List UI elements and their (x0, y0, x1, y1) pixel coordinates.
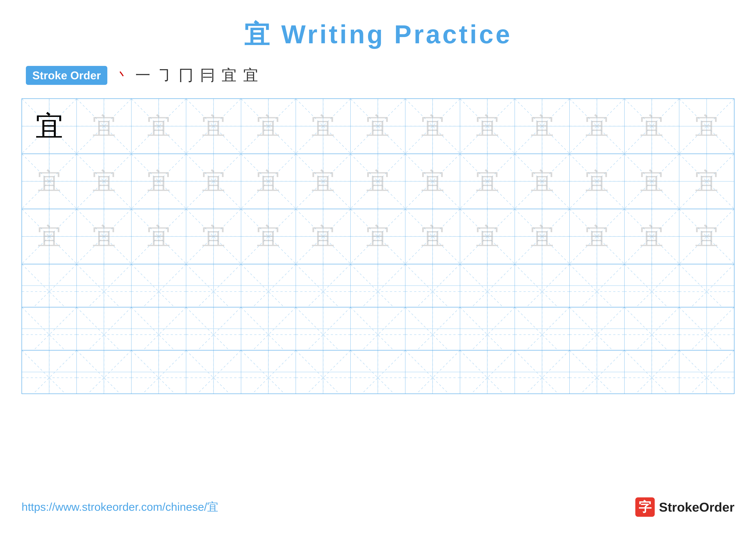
practice-char-guide: 宜 (530, 114, 554, 138)
grid-cell[interactable] (77, 307, 131, 350)
grid-cell[interactable]: 宜 (22, 209, 77, 264)
grid-cell[interactable] (22, 264, 77, 307)
grid-cell[interactable] (241, 307, 296, 350)
practice-char-guide: 宜 (256, 169, 280, 193)
grid-cell[interactable] (460, 350, 515, 394)
grid-cell[interactable]: 宜 (131, 154, 186, 209)
grid-cell[interactable] (296, 350, 351, 394)
grid-cell[interactable] (460, 307, 515, 350)
grid-cell[interactable] (625, 350, 679, 394)
grid-cell[interactable]: 宜 (570, 154, 624, 209)
svg-line-283 (296, 350, 350, 394)
grid-cell[interactable]: 宜 (241, 99, 296, 154)
grid-cell[interactable]: 宜 (405, 99, 460, 154)
grid-cell[interactable]: 宜 (351, 154, 405, 209)
svg-line-270 (131, 350, 186, 394)
grid-cell[interactable] (570, 264, 624, 307)
grid-cell[interactable] (77, 350, 131, 394)
grid-cell[interactable]: 宜 (77, 154, 131, 209)
grid-cell[interactable] (570, 307, 624, 350)
grid-cell[interactable] (131, 264, 186, 307)
grid-cell[interactable]: 宜 (22, 154, 77, 209)
grid-cell[interactable]: 宜 (679, 209, 734, 264)
svg-line-223 (186, 307, 241, 350)
svg-line-158 (22, 264, 76, 307)
practice-char-guide: 宜 (366, 114, 390, 138)
practice-char-guide: 宜 (475, 169, 499, 193)
svg-line-262 (22, 350, 76, 394)
grid-cell[interactable] (405, 307, 460, 350)
grid-row-4 (22, 264, 734, 307)
grid-cell[interactable] (296, 307, 351, 350)
grid-cell[interactable] (351, 350, 405, 394)
grid-cell[interactable]: 宜 (296, 154, 351, 209)
grid-cell[interactable]: 宜 (186, 209, 241, 264)
grid-cell[interactable] (625, 307, 679, 350)
grid-cell[interactable]: 宜 (131, 99, 186, 154)
grid-row-6 (22, 350, 734, 394)
grid-cell[interactable] (241, 264, 296, 307)
grid-cell[interactable] (515, 307, 570, 350)
svg-line-211 (22, 307, 76, 350)
grid-cell[interactable] (131, 350, 186, 394)
grid-cell[interactable]: 宜 (77, 209, 131, 264)
grid-cell[interactable] (405, 350, 460, 394)
grid-cell[interactable]: 宜 (296, 209, 351, 264)
grid-cell[interactable]: 宜 (296, 99, 351, 154)
svg-line-246 (515, 307, 569, 350)
grid-cell[interactable] (625, 264, 679, 307)
grid-cell[interactable]: 宜 (77, 99, 131, 154)
grid-cell[interactable]: 宜 (186, 154, 241, 209)
grid-cell[interactable] (186, 307, 241, 350)
footer-url[interactable]: https://www.strokeorder.com/chinese/宜 (21, 499, 218, 515)
grid-cell[interactable] (22, 307, 77, 350)
grid-cell[interactable]: 宜 (22, 99, 77, 154)
grid-cell[interactable] (22, 350, 77, 394)
grid-cell[interactable] (186, 350, 241, 394)
grid-cell[interactable]: 宜 (625, 209, 679, 264)
grid-cell[interactable] (241, 350, 296, 394)
svg-line-266 (77, 350, 131, 394)
grid-cell[interactable]: 宜 (460, 154, 515, 209)
practice-char-guide: 宜 (38, 169, 61, 193)
svg-line-279 (241, 350, 296, 394)
grid-cell[interactable]: 宜 (570, 99, 624, 154)
grid-cell[interactable]: 宜 (570, 209, 624, 264)
grid-cell[interactable]: 宜 (625, 154, 679, 209)
practice-char-guide: 宜 (147, 114, 171, 138)
grid-cell[interactable]: 宜 (515, 209, 570, 264)
grid-cell[interactable] (351, 307, 405, 350)
grid-cell[interactable] (679, 350, 734, 394)
svg-line-199 (570, 264, 624, 307)
grid-cell[interactable]: 宜 (460, 99, 515, 154)
grid-cell[interactable] (570, 350, 624, 394)
grid-cell[interactable] (351, 264, 405, 307)
grid-cell[interactable]: 宜 (460, 209, 515, 264)
grid-cell[interactable] (679, 307, 734, 350)
grid-cell[interactable] (77, 264, 131, 307)
grid-cell[interactable]: 宜 (405, 154, 460, 209)
grid-cell[interactable] (186, 264, 241, 307)
grid-cell[interactable]: 宜 (679, 99, 734, 154)
grid-cell[interactable]: 宜 (186, 99, 241, 154)
grid-cell[interactable] (131, 307, 186, 350)
svg-line-247 (515, 307, 569, 350)
grid-cell[interactable]: 宜 (515, 99, 570, 154)
grid-cell[interactable] (405, 264, 460, 307)
grid-cell[interactable]: 宜 (241, 154, 296, 209)
grid-cell[interactable]: 宜 (625, 99, 679, 154)
grid-cell[interactable]: 宜 (515, 154, 570, 209)
svg-line-234 (351, 307, 405, 350)
grid-cell[interactable]: 宜 (131, 209, 186, 264)
grid-cell[interactable] (515, 350, 570, 394)
grid-cell[interactable] (515, 264, 570, 307)
grid-cell[interactable] (296, 264, 351, 307)
grid-cell[interactable]: 宜 (241, 209, 296, 264)
grid-cell[interactable]: 宜 (679, 154, 734, 209)
grid-cell[interactable] (679, 264, 734, 307)
grid-cell[interactable] (460, 264, 515, 307)
stroke-sequence: 丶 一 ㇆ 冂 冃 宜 宜 (116, 65, 258, 86)
grid-cell[interactable]: 宜 (405, 209, 460, 264)
grid-cell[interactable]: 宜 (351, 209, 405, 264)
grid-cell[interactable]: 宜 (351, 99, 405, 154)
